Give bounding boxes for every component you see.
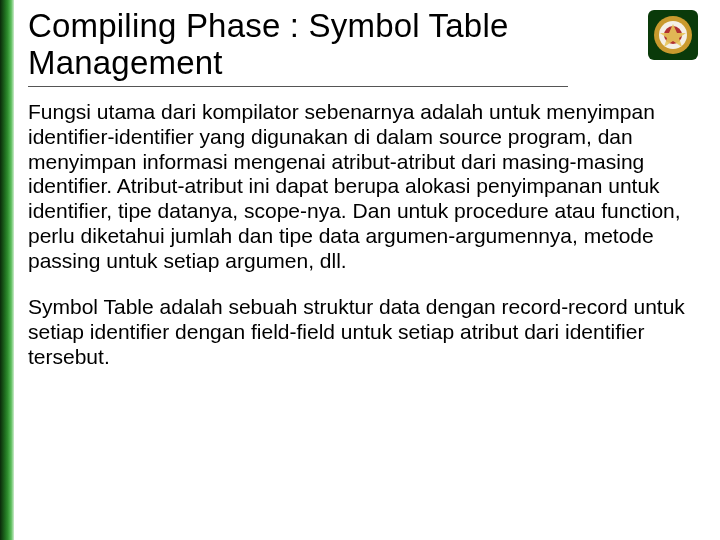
decorative-sidebar <box>0 0 14 540</box>
slide-title: Compiling Phase : Symbol Table Managemen… <box>28 8 700 84</box>
body-paragraph-2: Symbol Table adalah sebuah struktur data… <box>28 295 688 369</box>
slide: Compiling Phase : Symbol Table Managemen… <box>0 0 720 540</box>
body-paragraph-1: Fungsi utama dari kompilator sebenarnya … <box>28 100 688 273</box>
title-underline <box>28 86 568 87</box>
slide-body: Fungsi utama dari kompilator sebenarnya … <box>28 100 688 392</box>
slide-header: Compiling Phase : Symbol Table Managemen… <box>28 8 700 87</box>
